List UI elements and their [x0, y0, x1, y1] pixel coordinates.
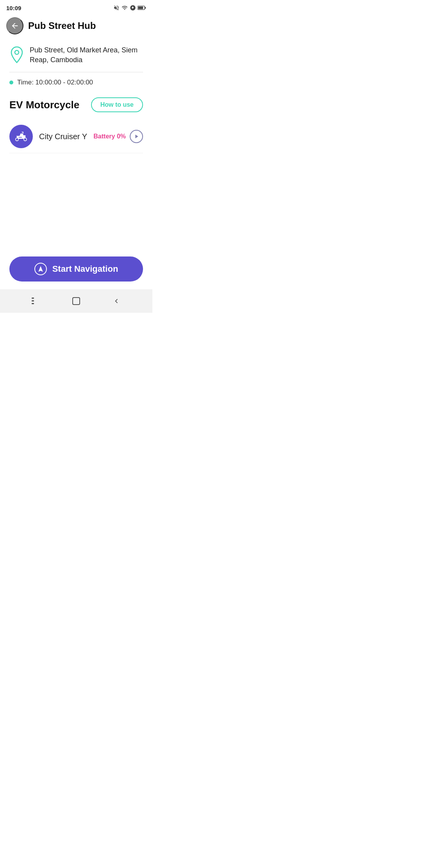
svg-point-3: [15, 50, 19, 54]
play-button[interactable]: [130, 130, 143, 143]
location-pin-icon: [9, 46, 24, 63]
bottom-bar: [0, 289, 152, 313]
home-square-icon: [72, 296, 81, 306]
back-arrow-icon: [11, 22, 19, 30]
ev-section-header: EV Motorcycle How to use: [9, 94, 143, 120]
ev-section-title: EV Motorcycle: [9, 99, 79, 111]
location-section: Pub Street, Old Market Area, Siem Reap, …: [9, 39, 143, 72]
battery-section: Battery 0%: [93, 130, 143, 143]
back-chevron-icon: [112, 297, 121, 305]
time-section: Time: 10:00:00 - 02:00:00: [9, 72, 143, 94]
start-navigation-button[interactable]: Start Navigation: [9, 256, 143, 282]
menu-lines-icon: [31, 297, 41, 305]
location-icon: [9, 46, 24, 65]
battery-icon: [138, 5, 146, 11]
blocked-icon: [130, 5, 136, 11]
vehicle-name: City Cruiser Y: [39, 132, 87, 141]
svg-rect-6: [32, 303, 34, 304]
main-content: Pub Street, Old Market Area, Siem Reap, …: [0, 39, 152, 202]
nav-btn-wrapper: Start Navigation: [0, 250, 152, 289]
how-to-use-button[interactable]: How to use: [91, 97, 143, 112]
time-dot-icon: [9, 81, 13, 84]
page-title: Pub Street Hub: [28, 20, 96, 31]
svg-rect-7: [73, 298, 80, 305]
vehicle-card: City Cruiser Y Battery 0%: [9, 120, 143, 153]
start-navigation-label: Start Navigation: [52, 264, 118, 274]
wifi-icon: [121, 5, 128, 11]
time-range-label: Time: 10:00:00 - 02:00:00: [17, 79, 93, 86]
scooter-icon: [14, 129, 28, 143]
svg-rect-1: [138, 7, 143, 9]
bottom-bar-home-button[interactable]: [68, 292, 85, 310]
svg-rect-4: [32, 298, 34, 299]
status-bar: 10:09: [0, 0, 152, 14]
vehicle-icon-circle: [9, 125, 33, 148]
bottom-bar-menu-button[interactable]: [27, 292, 45, 310]
bottom-bar-back-button[interactable]: [108, 292, 125, 310]
play-icon: [133, 133, 139, 140]
svg-rect-2: [145, 7, 146, 9]
back-button[interactable]: [6, 17, 23, 34]
navigation-icon: [34, 263, 47, 275]
location-address: Pub Street, Old Market Area, Siem Reap, …: [30, 45, 143, 65]
mute-icon: [113, 5, 120, 11]
battery-label: Battery 0%: [93, 133, 126, 140]
status-icons: [113, 5, 146, 11]
compass-icon: [37, 265, 44, 273]
header: Pub Street Hub: [0, 14, 152, 39]
status-time: 10:09: [6, 5, 21, 11]
svg-rect-5: [32, 300, 34, 301]
